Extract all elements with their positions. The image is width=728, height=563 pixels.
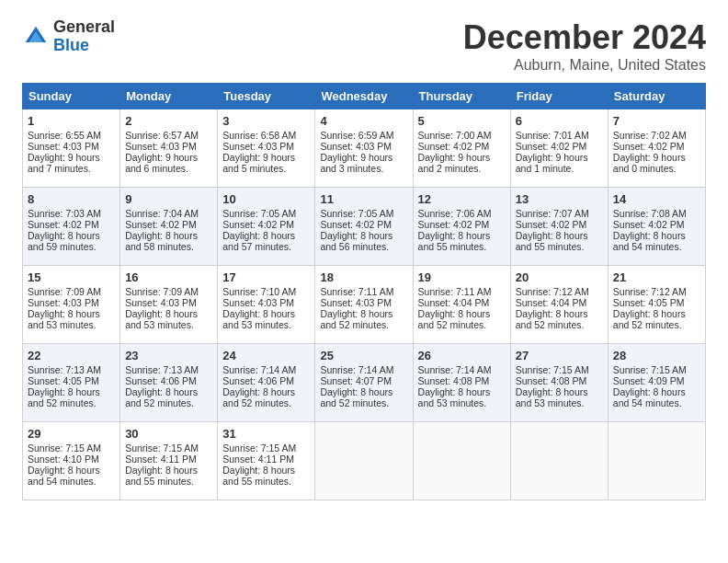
day-number: 2 [125,114,212,128]
sunrise-text: Sunrise: 6:58 AM [222,130,296,141]
sunset-text: Sunset: 4:11 PM [222,454,294,465]
calendar-cell: 28Sunrise: 7:15 AMSunset: 4:09 PMDayligh… [608,344,705,422]
calendar-cell: 9Sunrise: 7:04 AMSunset: 4:02 PMDaylight… [120,188,218,266]
sunset-text: Sunset: 4:08 PM [516,375,587,386]
sunset-text: Sunset: 4:10 PM [28,454,99,465]
calendar-cell: 8Sunrise: 7:03 AMSunset: 4:02 PMDaylight… [23,188,120,266]
sunrise-text: Sunrise: 7:04 AM [125,208,199,219]
calendar-cell: 29Sunrise: 7:15 AMSunset: 4:10 PMDayligh… [23,422,120,500]
calendar-header-saturday: Saturday [608,84,705,109]
calendar-week-row: 8Sunrise: 7:03 AMSunset: 4:02 PMDaylight… [23,188,706,266]
calendar-cell: 7Sunrise: 7:02 AMSunset: 4:02 PMDaylight… [608,109,705,188]
sunrise-text: Sunrise: 7:14 AM [222,364,296,375]
calendar-cell: 2Sunrise: 6:57 AMSunset: 4:03 PMDaylight… [120,109,218,188]
day-number: 4 [320,114,407,128]
sunset-text: Sunset: 4:03 PM [28,141,99,152]
daylight-text: Daylight: 8 hours and 53 minutes. [418,386,491,408]
calendar-cell: 16Sunrise: 7:09 AMSunset: 4:03 PMDayligh… [120,266,218,344]
calendar-cell: 20Sunrise: 7:12 AMSunset: 4:04 PMDayligh… [510,266,608,344]
calendar-header-tuesday: Tuesday [218,84,315,109]
day-number: 9 [125,192,212,206]
sunset-text: Sunset: 4:03 PM [125,297,197,308]
daylight-text: Daylight: 8 hours and 55 minutes. [516,230,588,252]
calendar-cell: 1Sunrise: 6:55 AMSunset: 4:03 PMDaylight… [23,109,120,188]
sunset-text: Sunset: 4:05 PM [613,297,685,308]
sunrise-text: Sunrise: 7:15 AM [125,442,199,454]
calendar-cell: 25Sunrise: 7:14 AMSunset: 4:07 PMDayligh… [315,344,413,422]
sunrise-text: Sunrise: 7:00 AM [418,130,492,141]
calendar-cell: 24Sunrise: 7:14 AMSunset: 4:06 PMDayligh… [218,344,315,422]
calendar-week-row: 29Sunrise: 7:15 AMSunset: 4:10 PMDayligh… [23,422,706,500]
sunset-text: Sunset: 4:03 PM [125,141,197,152]
day-number: 16 [125,270,212,284]
calendar-cell: 18Sunrise: 7:11 AMSunset: 4:03 PMDayligh… [315,266,413,344]
calendar-week-row: 15Sunrise: 7:09 AMSunset: 4:03 PMDayligh… [23,266,706,344]
sunrise-text: Sunrise: 7:05 AM [320,208,393,219]
sunset-text: Sunset: 4:02 PM [418,141,490,152]
day-number: 22 [28,349,115,362]
sunrise-text: Sunrise: 7:06 AM [418,208,492,219]
day-number: 14 [613,192,700,206]
title-area: December 2024 Auburn, Maine, United Stat… [463,18,706,74]
calendar-cell [510,422,608,500]
calendar-header-monday: Monday [120,84,218,109]
calendar-cell: 22Sunrise: 7:13 AMSunset: 4:05 PMDayligh… [23,344,120,422]
daylight-text: Daylight: 8 hours and 52 minutes. [320,308,392,330]
calendar-cell: 11Sunrise: 7:05 AMSunset: 4:02 PMDayligh… [315,188,413,266]
daylight-text: Daylight: 8 hours and 52 minutes. [222,386,295,408]
day-number: 24 [222,349,310,362]
sunrise-text: Sunrise: 7:15 AM [613,364,687,375]
sunset-text: Sunset: 4:02 PM [613,219,685,230]
day-number: 21 [613,270,700,284]
sunset-text: Sunset: 4:06 PM [222,375,294,386]
sunset-text: Sunset: 4:05 PM [28,375,99,386]
sunset-text: Sunset: 4:02 PM [516,141,587,152]
calendar-cell: 23Sunrise: 7:13 AMSunset: 4:06 PMDayligh… [120,344,218,422]
calendar-cell: 19Sunrise: 7:11 AMSunset: 4:04 PMDayligh… [413,266,510,344]
daylight-text: Daylight: 8 hours and 56 minutes. [320,230,392,252]
calendar-cell: 4Sunrise: 6:59 AMSunset: 4:03 PMDaylight… [315,109,413,188]
day-number: 29 [28,427,115,441]
sunrise-text: Sunrise: 7:11 AM [418,286,492,297]
month-title: December 2024 [463,18,706,57]
day-number: 30 [125,427,212,441]
daylight-text: Daylight: 9 hours and 3 minutes. [320,152,392,174]
sunrise-text: Sunrise: 7:02 AM [613,130,687,141]
sunrise-text: Sunrise: 7:15 AM [28,442,101,454]
calendar-cell: 6Sunrise: 7:01 AMSunset: 4:02 PMDaylight… [510,109,608,188]
daylight-text: Daylight: 8 hours and 52 minutes. [28,386,100,408]
daylight-text: Daylight: 8 hours and 57 minutes. [222,230,295,252]
daylight-text: Daylight: 8 hours and 52 minutes. [125,386,198,408]
sunset-text: Sunset: 4:11 PM [125,454,197,465]
calendar-cell: 27Sunrise: 7:15 AMSunset: 4:08 PMDayligh… [510,344,608,422]
day-number: 27 [516,349,603,362]
day-number: 31 [222,427,310,441]
sunset-text: Sunset: 4:02 PM [613,141,685,152]
daylight-text: Daylight: 8 hours and 54 minutes. [28,465,100,487]
daylight-text: Daylight: 8 hours and 53 minutes. [125,308,198,330]
sunset-text: Sunset: 4:03 PM [222,297,294,308]
sunrise-text: Sunrise: 7:09 AM [125,286,199,297]
sunrise-text: Sunrise: 6:59 AM [320,130,393,141]
daylight-text: Daylight: 8 hours and 53 minutes. [516,386,588,408]
logo-icon [22,23,50,51]
day-number: 28 [613,349,700,362]
sunset-text: Sunset: 4:02 PM [418,219,490,230]
sunset-text: Sunset: 4:02 PM [222,219,294,230]
sunset-text: Sunset: 4:04 PM [418,297,490,308]
sunset-text: Sunset: 4:02 PM [320,219,392,230]
calendar-cell: 31Sunrise: 7:15 AMSunset: 4:11 PMDayligh… [218,422,315,500]
daylight-text: Daylight: 8 hours and 54 minutes. [613,230,686,252]
header: General Blue December 2024 Auburn, Maine… [22,18,706,74]
daylight-text: Daylight: 9 hours and 5 minutes. [222,152,295,174]
daylight-text: Daylight: 8 hours and 52 minutes. [516,308,588,330]
logo-blue: Blue [53,37,115,55]
sunset-text: Sunset: 4:06 PM [125,375,197,386]
daylight-text: Daylight: 9 hours and 2 minutes. [418,152,491,174]
day-number: 13 [516,192,603,206]
sunrise-text: Sunrise: 7:01 AM [516,130,589,141]
daylight-text: Daylight: 8 hours and 59 minutes. [28,230,100,252]
calendar-week-row: 22Sunrise: 7:13 AMSunset: 4:05 PMDayligh… [23,344,706,422]
calendar-cell: 3Sunrise: 6:58 AMSunset: 4:03 PMDaylight… [218,109,315,188]
daylight-text: Daylight: 8 hours and 52 minutes. [320,386,392,408]
